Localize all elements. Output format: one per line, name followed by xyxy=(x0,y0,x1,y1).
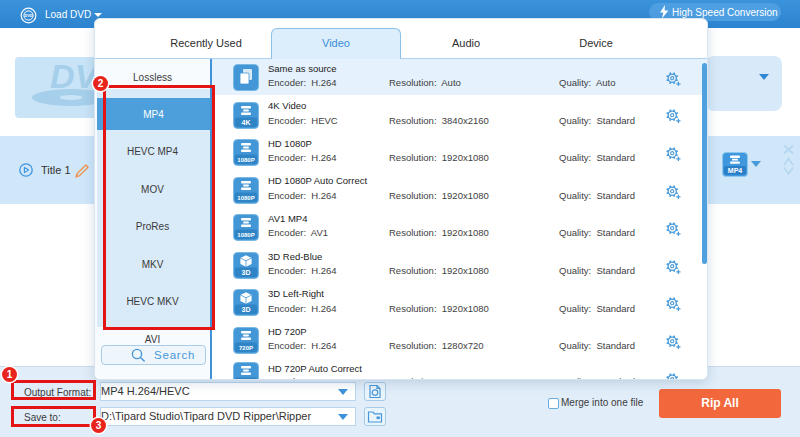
svg-text:1080P: 1080P xyxy=(237,157,254,163)
svg-text:3D: 3D xyxy=(242,268,251,275)
svg-text:4K: 4K xyxy=(242,118,251,125)
svg-text:DVD: DVD xyxy=(24,14,32,18)
svg-text:1080P: 1080P xyxy=(237,232,254,238)
svg-text:3D: 3D xyxy=(242,306,251,313)
svg-text:MP4: MP4 xyxy=(728,167,743,174)
svg-text:720P: 720P xyxy=(239,344,253,350)
svg-text:1080P: 1080P xyxy=(237,194,254,200)
